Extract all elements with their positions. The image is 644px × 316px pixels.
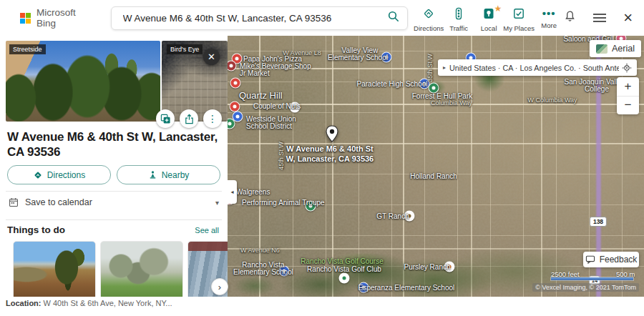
close-window-icon[interactable]: × bbox=[623, 10, 633, 26]
poi-ranch-icon[interactable] bbox=[444, 262, 455, 272]
search-icon[interactable] bbox=[387, 10, 400, 26]
poi-school-icon[interactable] bbox=[279, 266, 290, 277]
more-options-button[interactable]: ⋮ bbox=[203, 109, 222, 128]
things-to-do-title: Things to do bbox=[7, 224, 65, 235]
nearby-button-label: Nearby bbox=[162, 170, 190, 180]
streetside-photo[interactable]: Streetside bbox=[6, 41, 160, 122]
feedback-bubble-icon bbox=[585, 255, 595, 264]
my-places-icon bbox=[512, 7, 525, 23]
more-dots-icon: ••• bbox=[542, 7, 556, 20]
more-nav-button[interactable]: ••• More bbox=[534, 4, 564, 32]
poi-ranch-icon[interactable] bbox=[404, 211, 415, 222]
place-panel: Streetside Bird's Eye ✕ ⋮ W Avenue M6 & … bbox=[0, 36, 228, 297]
place-title: W Avenue M6 & 40th St W, Lancaster, CA 9… bbox=[7, 129, 220, 159]
map-toolbar: Directions Traffic ★ Local My Places •••… bbox=[414, 4, 564, 32]
traffic-label: Traffic bbox=[449, 24, 468, 32]
share-button[interactable] bbox=[180, 109, 198, 128]
microsoft-logo-icon bbox=[20, 13, 31, 24]
poi-school-icon[interactable] bbox=[358, 282, 369, 293]
zoom-in-button[interactable]: + bbox=[617, 77, 639, 97]
save-to-calendar-label: Save to calendar bbox=[25, 197, 92, 207]
search-box[interactable] bbox=[111, 6, 409, 30]
aerial-view-button[interactable]: Aerial bbox=[590, 40, 641, 57]
poi-park-icon[interactable] bbox=[429, 83, 439, 94]
local-label: Local bbox=[481, 24, 497, 32]
poi-shop-icon[interactable] bbox=[290, 102, 301, 113]
directions-button[interactable]: Directions bbox=[7, 165, 111, 184]
poi-park-icon[interactable] bbox=[306, 201, 316, 212]
map-scale-bar bbox=[551, 277, 633, 280]
location-label: Location: bbox=[6, 299, 42, 307]
calendar-icon bbox=[9, 197, 19, 207]
map-breadcrumb-bar: ▸ United States · CA · Los Angeles Co. ·… bbox=[438, 59, 637, 76]
location-value: W 40th St & 6th Ave, New York, NY... bbox=[42, 299, 172, 307]
map-canvas[interactable]: Saloon and GrillW Avenue L8Valley ViewEl… bbox=[228, 36, 644, 297]
feedback-button[interactable]: Feedback bbox=[583, 252, 639, 267]
search-input[interactable] bbox=[122, 12, 388, 24]
directions-diamond-icon bbox=[33, 170, 43, 180]
bing-maps-window: Microsoft Bing Directions Traffic ★ Loca… bbox=[0, 0, 644, 316]
photos-strip: Streetside Bird's Eye ✕ ⋮ bbox=[6, 41, 228, 122]
card-image bbox=[100, 241, 183, 301]
directions-label: Directions bbox=[414, 24, 444, 32]
microsoft-bing-logo[interactable]: Microsoft Bing bbox=[20, 7, 95, 29]
nearby-button[interactable]: Nearby bbox=[117, 165, 220, 184]
locate-me-icon[interactable] bbox=[622, 63, 632, 73]
feedback-label: Feedback bbox=[600, 255, 638, 265]
traffic-nav-button[interactable]: Traffic bbox=[444, 4, 474, 32]
my-places-label: My Places bbox=[503, 24, 535, 32]
nearby-icon bbox=[148, 170, 157, 179]
menu-hamburger-icon[interactable] bbox=[593, 11, 606, 24]
close-panel-button[interactable]: ✕ bbox=[203, 49, 220, 65]
save-to-collection-button[interactable] bbox=[156, 109, 175, 128]
place-actions: ⋮ bbox=[156, 109, 222, 128]
zoom-control: + − bbox=[617, 77, 639, 114]
breadcrumb[interactable]: United States · CA · Los Angeles Co. · S… bbox=[449, 64, 619, 72]
header-right-controls: × bbox=[564, 10, 633, 26]
collapse-panel-tab[interactable]: ◂ bbox=[228, 180, 237, 204]
place-buttons: Directions Nearby bbox=[7, 165, 220, 184]
streetside-label: Streetside bbox=[9, 44, 46, 54]
cards-next-chevron-icon[interactable]: › bbox=[211, 278, 228, 295]
traffic-icon bbox=[452, 7, 465, 23]
directions-nav-button[interactable]: Directions bbox=[414, 4, 444, 32]
logo-text: Microsoft Bing bbox=[36, 7, 95, 29]
route-138-shield: 138 bbox=[590, 217, 607, 227]
things-to-do-header: Things to do See all bbox=[7, 224, 219, 235]
local-nav-button[interactable]: ★ Local bbox=[474, 4, 504, 32]
more-label: More bbox=[541, 21, 557, 29]
top-bar: Microsoft Bing Directions Traffic ★ Loca… bbox=[0, 0, 644, 36]
notifications-bell-icon[interactable] bbox=[564, 10, 576, 26]
card-image bbox=[13, 241, 96, 301]
directions-icon bbox=[422, 7, 435, 23]
directions-button-label: Directions bbox=[47, 170, 85, 180]
breadcrumb-arrow-icon[interactable]: ▸ bbox=[443, 64, 446, 71]
aerial-thumbnail-icon bbox=[596, 44, 608, 54]
see-all-link[interactable]: See all bbox=[195, 226, 219, 234]
map-copyright: © Vexcel Imaging, © 2021 TomTom bbox=[532, 283, 639, 292]
poi-golf-icon[interactable] bbox=[339, 273, 350, 284]
zoom-out-button[interactable]: − bbox=[617, 97, 639, 115]
poi-restaurant-icon[interactable] bbox=[230, 78, 241, 89]
location-pin-icon[interactable] bbox=[326, 124, 338, 146]
poi-school-icon[interactable] bbox=[381, 52, 392, 63]
my-places-nav-button[interactable]: My Places bbox=[504, 4, 534, 32]
status-bar: Location: W 40th St & 6th Ave, New York,… bbox=[0, 297, 644, 316]
birdseye-label: Bird's Eye bbox=[167, 44, 203, 54]
save-to-calendar-row[interactable]: Save to calendar ▾ bbox=[9, 192, 219, 213]
expand-caret-icon[interactable]: ▾ bbox=[215, 199, 219, 207]
divider bbox=[6, 219, 222, 220]
aerial-label: Aerial bbox=[612, 44, 635, 54]
star-badge-icon: ★ bbox=[494, 4, 502, 13]
poi-restaurant-icon[interactable] bbox=[230, 102, 240, 112]
